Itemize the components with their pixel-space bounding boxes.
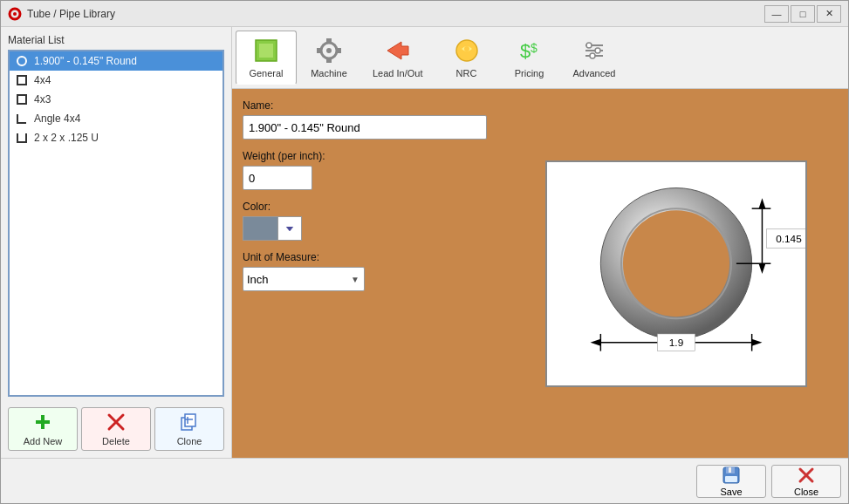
main-content: Material List 1.900" - 0.145" Round4x44x… bbox=[1, 27, 848, 458]
svg-rect-20 bbox=[336, 48, 341, 53]
action-buttons: Add New Delete Clone bbox=[8, 404, 224, 451]
window-icon bbox=[8, 7, 22, 21]
svg-rect-51 bbox=[729, 467, 731, 473]
machine-tab-icon bbox=[315, 37, 343, 65]
pipe-diagram: 1.9 0.145 bbox=[547, 162, 805, 385]
svg-text:0.145: 0.145 bbox=[776, 232, 802, 244]
svg-point-28 bbox=[586, 43, 592, 48]
color-dropdown-button[interactable] bbox=[277, 216, 302, 241]
pipe-preview: 1.9 0.145 bbox=[545, 160, 807, 387]
weight-group: Weight (per inch): bbox=[243, 150, 504, 190]
window-close-button[interactable]: ✕ bbox=[817, 5, 841, 23]
svg-rect-4 bbox=[17, 95, 26, 104]
delete-icon bbox=[106, 412, 127, 432]
color-picker-row bbox=[243, 216, 504, 241]
tab-machine[interactable]: Machine bbox=[298, 31, 359, 85]
unit-group: Unit of Measure: InchMillimeterCentimete… bbox=[243, 251, 504, 291]
save-button[interactable]: Save bbox=[696, 465, 766, 498]
tab-general[interactable]: General bbox=[236, 31, 297, 85]
tab-lead-in-out[interactable]: Lead In/Out bbox=[361, 31, 435, 85]
weight-input[interactable] bbox=[243, 166, 312, 190]
left-panel: Material List 1.900" - 0.145" Round4x44x… bbox=[1, 27, 232, 458]
shape-icon bbox=[15, 73, 29, 87]
svg-rect-17 bbox=[326, 38, 332, 44]
svg-marker-37 bbox=[591, 338, 601, 345]
color-swatch[interactable] bbox=[243, 216, 277, 241]
material-item[interactable]: 4x3 bbox=[10, 90, 223, 109]
preview-area: 1.9 0.145 bbox=[515, 99, 838, 447]
material-item[interactable]: 4x4 bbox=[10, 71, 223, 90]
maximize-button[interactable]: □ bbox=[791, 5, 815, 23]
title-buttons: — □ ✕ bbox=[764, 5, 841, 23]
svg-marker-45 bbox=[759, 198, 766, 208]
general-tab-icon bbox=[252, 37, 280, 65]
advanced-tab-icon bbox=[580, 37, 608, 65]
svg-point-1 bbox=[13, 12, 17, 16]
name-group: Name: bbox=[243, 99, 504, 140]
content-area: Name: Weight (per inch): Color: bbox=[232, 89, 848, 458]
title-bar-left: Tube / Pipe Library bbox=[8, 7, 115, 21]
svg-marker-46 bbox=[759, 263, 766, 274]
right-panel: GeneralMachineLead In/OutNRC$$PricingAdv… bbox=[232, 27, 848, 458]
svg-rect-14 bbox=[259, 44, 273, 58]
unit-select-wrapper: InchMillimeterCentimeter bbox=[243, 267, 365, 291]
clone-button[interactable]: Clone bbox=[154, 407, 224, 451]
color-label: Color: bbox=[243, 201, 504, 213]
svg-rect-6 bbox=[36, 420, 50, 424]
title-bar: Tube / Pipe Library — □ ✕ bbox=[1, 1, 848, 27]
tab-nrc[interactable]: NRC bbox=[436, 31, 497, 85]
plus-icon bbox=[32, 412, 53, 432]
svg-rect-3 bbox=[17, 76, 26, 85]
toolbar: GeneralMachineLead In/OutNRC$$PricingAdv… bbox=[232, 27, 848, 89]
svg-point-30 bbox=[590, 53, 595, 58]
window-title: Tube / Pipe Library bbox=[27, 8, 115, 20]
svg-rect-18 bbox=[326, 58, 332, 63]
delete-button[interactable]: Delete bbox=[81, 407, 151, 451]
shape-icon bbox=[15, 92, 29, 106]
tab-pricing[interactable]: $$Pricing bbox=[499, 31, 560, 85]
svg-text:$: $ bbox=[531, 41, 537, 55]
svg-text:$: $ bbox=[520, 40, 531, 62]
svg-rect-10 bbox=[185, 414, 195, 426]
material-item[interactable]: Angle 4x4 bbox=[10, 109, 223, 128]
pricing-tab-icon: $$ bbox=[516, 37, 544, 65]
svg-rect-19 bbox=[317, 48, 322, 53]
color-group: Color: bbox=[243, 201, 504, 241]
shape-icon bbox=[15, 112, 29, 126]
close-button[interactable]: Close bbox=[771, 465, 841, 498]
clone-icon bbox=[179, 412, 200, 432]
form-section: Name: Weight (per inch): Color: bbox=[243, 99, 504, 447]
chevron-down-icon bbox=[284, 223, 295, 234]
name-label: Name: bbox=[243, 99, 504, 112]
add-new-button[interactable]: Add New bbox=[8, 407, 78, 451]
unit-select[interactable]: InchMillimeterCentimeter bbox=[243, 267, 365, 291]
material-item[interactable]: 1.900" - 0.145" Round bbox=[10, 51, 223, 71]
tab-advanced[interactable]: Advanced bbox=[562, 31, 627, 85]
close-icon bbox=[797, 466, 816, 485]
lead-in-out-tab-icon bbox=[384, 37, 412, 65]
unit-label: Unit of Measure: bbox=[243, 251, 504, 263]
name-input[interactable] bbox=[243, 115, 487, 140]
svg-point-2 bbox=[17, 57, 26, 65]
weight-label: Weight (per inch): bbox=[243, 150, 504, 162]
svg-point-22 bbox=[464, 46, 469, 51]
svg-marker-38 bbox=[752, 338, 763, 345]
footer-bar: Save Close bbox=[1, 458, 848, 503]
minimize-button[interactable]: — bbox=[764, 5, 789, 23]
material-list: 1.900" - 0.145" Round4x44x3Angle 4x42 x … bbox=[8, 50, 224, 397]
shape-icon bbox=[15, 54, 29, 68]
material-item[interactable]: 2 x 2 x .125 U bbox=[10, 128, 223, 147]
svg-point-32 bbox=[623, 210, 729, 317]
nrc-tab-icon bbox=[453, 37, 481, 65]
main-window: Tube / Pipe Library — □ ✕ Material List … bbox=[0, 0, 849, 504]
shape-icon bbox=[15, 131, 29, 145]
svg-rect-52 bbox=[725, 476, 737, 482]
svg-point-29 bbox=[595, 48, 600, 53]
save-icon bbox=[722, 466, 741, 485]
svg-text:1.9: 1.9 bbox=[669, 336, 683, 348]
svg-point-16 bbox=[326, 48, 332, 53]
material-list-label: Material List bbox=[8, 34, 224, 46]
